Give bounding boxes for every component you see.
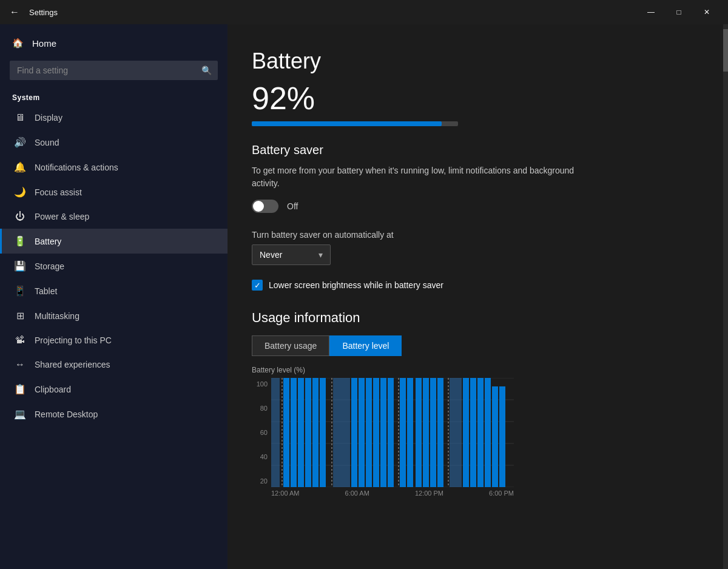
sidebar-item-clipboard[interactable]: 📋 Clipboard <box>0 377 228 402</box>
close-button[interactable]: ✕ <box>693 0 721 24</box>
brightness-checkbox-label: Lower screen brightness while in battery… <box>269 280 443 290</box>
chart-svg-container: 12:00 AM 6:00 AM 12:00 PM 6:00 PM <box>271 378 514 497</box>
battery-saver-title: Battery saver <box>252 143 693 157</box>
sidebar-item-label: Tablet <box>35 286 57 296</box>
y-label-20: 20 <box>252 477 268 485</box>
titlebar-title: Settings <box>29 8 58 17</box>
sidebar-item-display[interactable]: 🖥 Display <box>0 106 228 130</box>
power-icon: ⏻ <box>14 211 26 222</box>
svg-rect-13 <box>320 378 326 487</box>
svg-rect-36 <box>499 386 505 487</box>
toggle-label: Off <box>287 201 298 211</box>
home-icon: 🏠 <box>12 38 24 49</box>
page-title: Battery <box>252 49 693 74</box>
sidebar-item-label: Remote Desktop <box>35 409 98 419</box>
auto-label: Turn battery saver on automatically at <box>252 230 693 240</box>
back-button[interactable]: ← <box>7 5 22 19</box>
svg-rect-10 <box>298 378 304 487</box>
dropdown-value: Never <box>260 250 282 260</box>
chart-y-label: Battery level (%) <box>252 366 693 374</box>
chevron-down-icon: ▾ <box>318 250 323 260</box>
x-label-noon: 12:00 PM <box>415 490 443 497</box>
y-label-60: 60 <box>252 429 268 436</box>
svg-rect-28 <box>437 378 443 487</box>
sidebar-item-multitasking[interactable]: ⊞ Multitasking <box>0 303 228 328</box>
sidebar-item-focus[interactable]: 🌙 Focus assist <box>0 180 228 204</box>
svg-rect-12 <box>312 378 318 487</box>
brightness-checkbox[interactable]: ✓ <box>252 280 263 291</box>
battery-chart <box>271 378 514 487</box>
sidebar-item-shared[interactable]: ↔ Shared experiences <box>0 352 228 377</box>
x-axis-labels: 12:00 AM 6:00 AM 12:00 PM 6:00 PM <box>271 487 514 497</box>
svg-rect-18 <box>366 378 372 487</box>
sidebar-item-storage[interactable]: 💾 Storage <box>0 254 228 278</box>
display-icon: 🖥 <box>14 112 26 123</box>
multitasking-icon: ⊞ <box>14 310 26 322</box>
svg-rect-6 <box>271 378 280 487</box>
svg-rect-20 <box>380 378 386 487</box>
maximize-button[interactable]: □ <box>665 0 693 24</box>
sidebar-item-home[interactable]: 🏠 Home <box>0 30 228 56</box>
sidebar: 🏠 Home 🔍 System 🖥 Display 🔊 Sound 🔔 Noti… <box>0 24 228 569</box>
tab-battery-level[interactable]: Battery level <box>329 335 402 356</box>
sidebar-item-label: Power & sleep <box>35 212 89 221</box>
titlebar: ← Settings — □ ✕ <box>0 0 728 24</box>
svg-rect-17 <box>359 378 365 487</box>
projecting-icon: 📽 <box>14 335 26 346</box>
sidebar-item-label: Display <box>35 113 62 123</box>
x-label-6pm: 6:00 PM <box>489 490 514 497</box>
battery-percent: 92% <box>252 80 693 116</box>
usage-title: Usage information <box>252 310 693 326</box>
battery-saver-desc: To get more from your battery when it's … <box>252 164 604 190</box>
y-label-80: 80 <box>252 405 268 412</box>
toggle-knob <box>253 201 264 212</box>
tablet-icon: 📱 <box>14 285 26 297</box>
svg-rect-32 <box>470 378 476 487</box>
svg-rect-8 <box>283 378 289 487</box>
search-icon: 🔍 <box>201 66 212 75</box>
search-box: 🔍 <box>10 61 218 80</box>
svg-rect-21 <box>388 378 394 487</box>
tab-battery-usage[interactable]: Battery usage <box>252 335 329 356</box>
sidebar-section-label: System <box>0 90 228 106</box>
sidebar-item-battery[interactable]: 🔋 Battery <box>0 229 228 254</box>
window-controls: — □ ✕ <box>637 0 721 24</box>
sidebar-item-tablet[interactable]: 📱 Tablet <box>0 278 228 303</box>
sidebar-item-label: Battery <box>35 237 61 246</box>
battery-saver-toggle-row: Off <box>252 200 693 213</box>
search-input[interactable] <box>10 61 218 80</box>
sidebar-item-notifications[interactable]: 🔔 Notifications & actions <box>0 155 228 180</box>
sidebar-item-label: Storage <box>35 261 64 271</box>
content-area: Battery 92% Battery saver To get more fr… <box>228 24 723 569</box>
sidebar-item-projecting[interactable]: 📽 Projecting to this PC <box>0 328 228 352</box>
brightness-checkbox-row: ✓ Lower screen brightness while in batte… <box>252 280 693 291</box>
battery-icon: 🔋 <box>14 235 26 247</box>
x-label-midnight: 12:00 AM <box>271 490 299 497</box>
remote-icon: 💻 <box>14 408 26 420</box>
scrollbar-track[interactable] <box>723 24 728 569</box>
battery-saver-toggle[interactable] <box>252 200 278 213</box>
focus-icon: 🌙 <box>14 186 26 198</box>
sidebar-item-sound[interactable]: 🔊 Sound <box>0 130 228 155</box>
svg-rect-35 <box>492 386 498 487</box>
battery-bar <box>252 121 458 126</box>
chart-area: 100 80 60 40 20 <box>252 378 693 497</box>
sidebar-item-remote[interactable]: 💻 Remote Desktop <box>0 402 228 426</box>
svg-rect-24 <box>407 378 413 487</box>
scrollbar-thumb[interactable] <box>723 29 728 72</box>
svg-rect-15 <box>333 378 350 487</box>
svg-rect-27 <box>430 378 436 487</box>
sidebar-item-label: Shared experiences <box>35 360 110 369</box>
svg-rect-25 <box>416 378 422 487</box>
checkmark-icon: ✓ <box>254 281 261 290</box>
svg-rect-11 <box>305 378 311 487</box>
sound-icon: 🔊 <box>14 136 26 148</box>
minimize-button[interactable]: — <box>637 0 665 24</box>
sidebar-item-label: Focus assist <box>35 187 82 197</box>
auto-dropdown[interactable]: Never ▾ <box>252 244 331 265</box>
sidebar-item-power[interactable]: ⏻ Power & sleep <box>0 204 228 229</box>
svg-rect-19 <box>373 378 379 487</box>
main-layout: 🏠 Home 🔍 System 🖥 Display 🔊 Sound 🔔 Noti… <box>0 24 728 569</box>
svg-rect-33 <box>477 378 484 487</box>
x-label-6am: 6:00 AM <box>345 490 369 497</box>
